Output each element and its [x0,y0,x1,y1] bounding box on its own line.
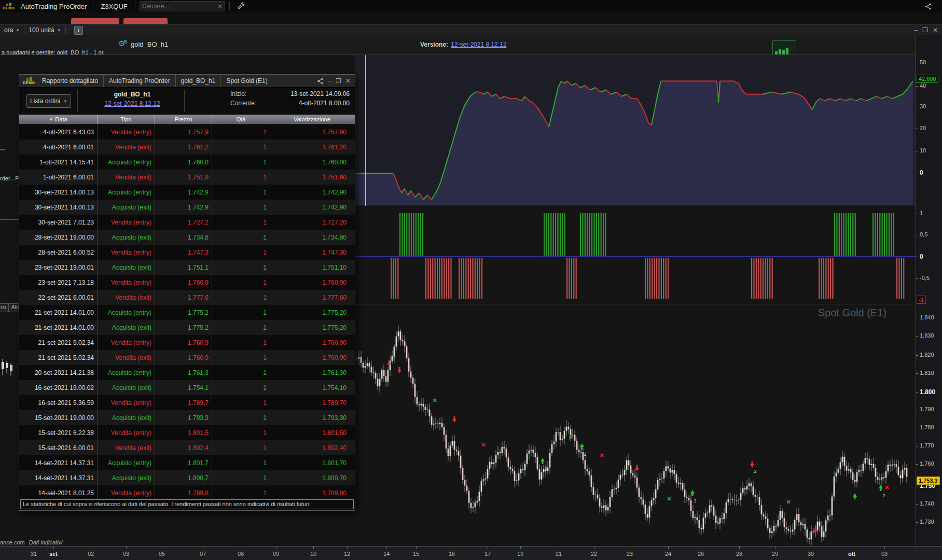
info-icon[interactable]: i [74,26,83,35]
svg-text:✕: ✕ [432,397,437,403]
cell: Acquisto (entry) [98,155,155,170]
table-row[interactable]: 14-set-2021 14.37.31Acquisto (exit)1.800… [19,470,355,485]
report-tab-2[interactable]: AutoTrading ProOrder [104,75,176,87]
cell: Vendita (entry) [98,245,155,260]
svg-text:✕: ✕ [667,496,671,502]
time-axis[interactable]: 31set02030507080910121415161719212223242… [0,546,942,560]
column-header-qtà[interactable]: Qtà [212,115,270,124]
window-close-icon[interactable]: ✕ [345,77,351,85]
report-version-link[interactable]: 12-set-2021 8.12.12 [104,100,160,107]
report-tabs: DEMO Rapporto dettagliatoAutoTrading Pro… [19,75,355,88]
window-maximize-icon[interactable]: ❒ [336,77,341,85]
window-minimize-icon[interactable]: – [328,77,331,85]
axis-tick-label: 1.730 [920,519,934,525]
table-row[interactable]: 23-set-2021 19.00.01Acquisto (exit)1.751… [19,260,355,275]
table-row[interactable]: 16-set-2021 19.00.02Acquisto (exit)1.754… [19,380,355,395]
table-row[interactable]: 1-ott-2021 6.00.01Vendita (exit)1.751,91… [19,170,355,185]
table-row[interactable]: 1-ott-2021 14.15.41Acquisto (entry)1.760… [19,155,355,170]
cell: 1 [212,455,270,470]
time-tick-label: 03 [123,551,129,557]
svg-text:2: 2 [393,355,395,360]
window-minimize-icon[interactable]: – [914,26,918,34]
histogram-fragment-line [0,219,19,220]
table-row[interactable]: 15-set-2021 19.00.00Acquisto (exit)1.793… [19,410,355,425]
search-input[interactable]: Cercare... ✕ [140,1,225,11]
svg-text:✕: ✕ [481,442,486,448]
axis-tick-mark [916,235,918,235]
cell: 1.751,90 [270,170,354,185]
price-axis[interactable]: 5040302010042,60010,50-0,5-11.8401.8301.… [916,35,942,546]
cell: 1.747,3 [155,245,212,260]
version-link[interactable]: 12-set-2021 8.12.12 [451,41,506,48]
time-tick-label: 09 [273,551,279,557]
axis-tick-mark [916,392,918,393]
report-tab-4[interactable]: Spot Gold (E1) [221,75,273,87]
equity-fragment-line [0,149,5,150]
time-tick-label: 05 [159,551,165,557]
axis-tick-label: 1.810 [920,370,934,376]
cell: 1.734,8 [155,230,212,245]
column-header-tipo[interactable]: Tipo [98,115,155,124]
time-tick-label: 28 [736,551,742,557]
candle-fragment [0,358,18,379]
axis-tick-label: 1 [920,210,923,216]
table-row[interactable]: 21-set-2021 5.02.34Vendita (entry)1.760,… [19,335,355,350]
cell: 1.760,0 [155,155,212,170]
table-row[interactable]: 28-set-2021 6.00.52Vendita (entry)1.747,… [19,245,355,260]
table-row[interactable]: 21-set-2021 14.01.00Acquisto (exit)1.775… [19,320,355,335]
orders-table-header[interactable]: ▼DataTipoPrezzoQtàValorizzazione [19,115,355,124]
table-row[interactable]: 16-set-2021 5.36.59Vendita (entry)1.789,… [19,395,355,410]
cell: Vendita (exit) [98,139,155,155]
cell: 1.754,1 [155,380,212,395]
table-row[interactable]: 15-set-2021 6.00.01Vendita (exit)1.802,4… [19,440,355,455]
svg-text:2: 2 [584,452,586,457]
wrench-icon[interactable] [237,2,245,11]
report-tab-1[interactable]: Rapporto dettagliato [37,75,104,87]
table-row[interactable]: 30-set-2021 14.00.13Acquisto (exit)1.742… [19,200,355,215]
hidden-red-button-1[interactable] [71,18,119,24]
table-row[interactable]: 22-set-2021 6.00.01Vendita (exit)1.777,6… [19,290,355,305]
minimize-icon[interactable]: – [937,2,941,10]
search-clear-icon[interactable]: ✕ [218,3,223,10]
table-row[interactable]: 4-ott-2021 6.00.01Vendita (exit)1.761,21… [19,139,355,155]
axis-tick-mark [916,522,918,523]
report-tab-3[interactable]: gold_BO_h1 [176,75,221,87]
time-tick-label: set [49,551,58,557]
time-tick-label: 21 [556,551,562,557]
timeframe-dropdown[interactable]: ora▼ [0,24,24,36]
column-header-data[interactable]: ▼Data [19,115,98,124]
column-header-valorizzazione[interactable]: Valorizzazione [270,115,354,124]
table-row[interactable]: 30-set-2021 7.01.23Vendita (entry)1.727,… [19,215,355,230]
cell: Vendita (exit) [98,350,155,365]
table-row[interactable]: 4-ott-2021 6.43.03Vendita (entry)1.757,9… [19,124,355,139]
table-row[interactable]: 30-set-2021 14.00.13Acquisto (entry)1.74… [19,185,355,200]
cell: 14-set-2021 14.37.31 [19,470,98,485]
table-row[interactable]: 28-set-2021 19.00.00Acquisto (exit)1.734… [19,230,355,245]
demo-badge-icon: DEMO [2,2,16,11]
hidden-red-button-2[interactable] [123,18,168,24]
table-row[interactable]: 23-set-2021 7.13.18Vendita (entry)1.760,… [19,275,355,290]
svg-text:2: 2 [544,466,547,471]
table-row[interactable]: 14-set-2021 14.37.31Acquisto (entry)1.80… [19,455,355,470]
window-maximize-icon[interactable]: ❒ [922,26,928,34]
share-icon[interactable] [317,78,324,85]
table-row[interactable]: 21-set-2021 14.01.00Acquisto (entry)1.77… [19,305,355,320]
units-dropdown[interactable]: 100 unità▼ [24,24,65,36]
cell: 1.727,2 [155,215,212,230]
table-row[interactable]: 15-set-2021 6.22.38Vendita (entry)1.801,… [19,425,355,440]
axis-tick-mark [916,63,918,63]
time-tick-mark [313,547,314,549]
order-list-dropdown[interactable]: Lista ordini▼ [26,94,71,108]
cell: 1.789,7 [155,395,212,410]
table-row[interactable]: 20-set-2021 14.21.38Acquisto (entry)1.76… [19,365,355,380]
cell: 1.751,1 [155,260,212,275]
account-code[interactable]: Z3XQUF [93,3,134,10]
cell: 1.802,4 [155,440,212,455]
table-row[interactable]: 21-set-2021 5.02.34Vendita (exit)1.760,9… [19,350,355,365]
tab-fragment-co[interactable]: co [0,303,9,312]
share-icon[interactable] [925,3,932,10]
table-row[interactable]: 14-set-2021 8.01.25Vendita (entry)1.789,… [19,485,355,500]
column-header-prezzo[interactable]: Prezzo [155,115,212,124]
time-tick-mark [91,547,91,549]
window-close-icon[interactable]: ✕ [933,26,938,34]
